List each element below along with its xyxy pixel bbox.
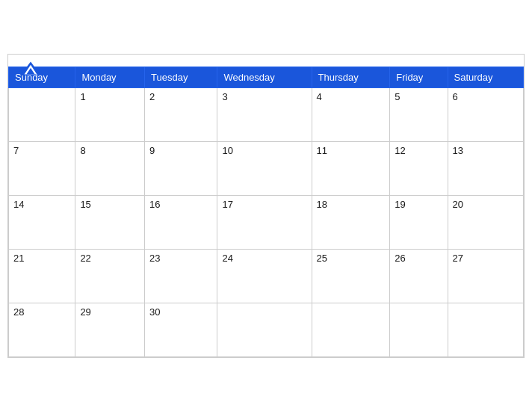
day-cell: 18 [312,195,390,249]
day-number: 2 [149,91,155,102]
day-number: 29 [80,306,90,318]
day-number: 7 [13,145,19,156]
weekday-monday: Monday [75,67,145,87]
day-number: 19 [395,199,405,210]
day-number: 25 [317,253,327,264]
day-cell: 12 [390,141,448,195]
day-cell: 14 [9,195,75,249]
day-cell: 27 [448,249,523,303]
calendar-header [8,55,524,67]
weekday-tuesday: Tuesday [145,67,217,87]
day-cell: 8 [75,141,145,195]
day-cell: 5 [390,87,448,141]
day-number: 3 [222,91,227,102]
day-number: 27 [453,253,463,264]
calendar-table: SundayMondayTuesdayWednesdayThursdayFrid… [8,67,524,357]
day-cell: 13 [448,141,523,195]
day-number: 18 [317,199,327,210]
day-number: 21 [13,253,24,264]
logo [20,61,41,75]
day-cell [312,303,390,356]
day-number: 4 [317,91,322,102]
day-cell: 1 [75,87,145,141]
day-cell [448,303,523,356]
day-cell: 21 [9,249,75,303]
day-number: 6 [453,91,458,102]
day-number: 5 [395,91,400,102]
day-cell: 17 [217,195,312,249]
logo-icon [20,61,41,75]
day-number: 12 [395,145,405,156]
day-cell: 26 [390,249,448,303]
day-number: 15 [80,199,90,210]
weekday-header-row: SundayMondayTuesdayWednesdayThursdayFrid… [9,67,524,87]
day-cell: 15 [75,195,145,249]
day-cell: 2 [145,87,217,141]
day-cell: 7 [9,141,75,195]
day-number: 22 [80,253,90,264]
day-number: 26 [395,253,405,264]
day-number: 20 [453,199,463,210]
weekday-sunday: Sunday [9,67,75,87]
day-cell: 16 [145,195,217,249]
day-cell: 4 [312,87,390,141]
weekday-wednesday: Wednesday [217,67,312,87]
day-number: 9 [149,145,155,156]
week-row-4: 21222324252627 [9,249,524,303]
day-cell: 3 [217,87,312,141]
day-number: 8 [80,145,85,156]
day-number: 16 [149,199,160,210]
day-number: 11 [317,145,327,156]
weekday-friday: Friday [390,67,448,87]
day-number: 30 [149,306,160,318]
day-cell: 9 [145,141,217,195]
day-cell: 6 [448,87,523,141]
day-cell [390,303,448,356]
week-row-3: 14151617181920 [9,195,524,249]
day-number: 1 [80,91,85,102]
calendar: SundayMondayTuesdayWednesdayThursdayFrid… [7,54,525,358]
day-cell [217,303,312,356]
week-row-2: 78910111213 [9,141,524,195]
day-cell: 19 [390,195,448,249]
day-cell: 22 [75,249,145,303]
day-number: 28 [13,306,24,318]
day-cell [9,87,75,141]
weekday-saturday: Saturday [448,67,523,87]
day-cell: 23 [145,249,217,303]
week-row-5: 282930 [9,303,524,356]
day-cell: 30 [145,303,217,356]
week-row-1: 123456 [9,87,524,141]
day-number: 24 [222,253,232,264]
weekday-thursday: Thursday [312,67,390,87]
day-cell: 24 [217,249,312,303]
day-number: 17 [222,199,232,210]
day-cell: 20 [448,195,523,249]
day-number: 13 [453,145,463,156]
day-cell: 28 [9,303,75,356]
day-cell: 25 [312,249,390,303]
day-number: 14 [13,199,24,210]
day-cell: 10 [217,141,312,195]
day-cell: 29 [75,303,145,356]
day-cell: 11 [312,141,390,195]
day-number: 10 [222,145,232,156]
day-number: 23 [149,253,160,264]
